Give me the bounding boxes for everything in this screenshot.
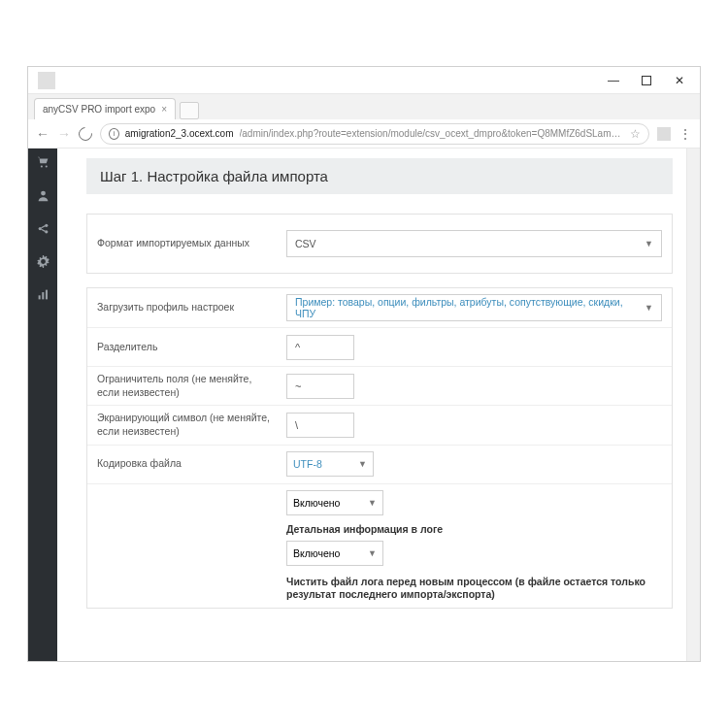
format-value: CSV [295, 238, 316, 249]
extension-icon[interactable] [657, 127, 671, 141]
new-tab-button[interactable] [180, 102, 199, 119]
reload-button[interactable] [76, 124, 95, 144]
url-path: /admin/index.php?route=extension/module/… [240, 128, 624, 139]
bookmark-icon[interactable]: ☆ [630, 127, 641, 141]
enclosure-label: Ограничитель поля (не меняйте, если неиз… [97, 373, 286, 399]
enclosure-input[interactable] [286, 374, 354, 399]
tab-strip: anyCSV PRO import expo × [28, 94, 700, 119]
main-content: Шаг 1. Настройка файла импорта Формат им… [57, 149, 686, 661]
enabled-select-2[interactable]: Включено ▼ [286, 541, 383, 566]
chevron-down-icon: ▼ [645, 239, 653, 248]
profile-select[interactable]: Пример: товары, опции, фильтры, атрибуты… [286, 294, 662, 321]
svg-point-5 [45, 230, 48, 233]
escape-label: Экранирующий символ (не меняйте, если не… [97, 412, 286, 438]
delimiter-input[interactable] [286, 335, 354, 360]
chevron-down-icon: ▼ [368, 548, 377, 558]
admin-sidebar [28, 149, 57, 661]
sub-settings: Включено ▼ Детальная информация в логе В… [87, 484, 672, 608]
back-button[interactable]: ← [36, 126, 50, 142]
window-titlebar: — ✕ [28, 67, 700, 94]
gear-icon[interactable] [37, 255, 50, 271]
encoding-select[interactable]: UTF-8 ▼ [286, 451, 374, 477]
chevron-down-icon: ▼ [368, 498, 377, 508]
close-tab-icon[interactable]: × [161, 104, 167, 115]
user-icon[interactable] [37, 189, 50, 205]
forward-button[interactable]: → [57, 126, 71, 142]
browser-menu-icon[interactable]: ⋮ [678, 126, 692, 142]
settings-panel: Загрузить профиль настроек Пример: товар… [86, 287, 673, 609]
scrollbar[interactable] [686, 149, 700, 661]
share-icon[interactable] [37, 222, 50, 238]
browser-tab[interactable]: anyCSV PRO import expo × [34, 98, 176, 119]
encoding-label: Кодировка файла [97, 457, 286, 471]
close-window-button[interactable]: ✕ [663, 70, 696, 91]
encoding-value: UTF-8 [293, 458, 322, 470]
svg-rect-7 [42, 292, 44, 299]
stats-icon[interactable] [37, 288, 50, 304]
escape-input[interactable] [286, 413, 354, 438]
account-icon [38, 72, 55, 89]
toolbar: ← → i amigration2_3.ocext.com /admin/ind… [28, 119, 700, 149]
format-select[interactable]: CSV ▼ [286, 230, 662, 257]
clean-log-note: Чистить файл лога перед новым процессом … [286, 576, 662, 602]
maximize-button[interactable] [630, 70, 663, 91]
svg-point-0 [40, 166, 42, 168]
chevron-down-icon: ▼ [645, 303, 653, 313]
svg-point-2 [41, 191, 46, 196]
format-label: Формат импортируемых данных [97, 237, 286, 250]
delimiter-label: Разделитель [97, 341, 286, 354]
cart-icon[interactable] [37, 156, 50, 172]
detail-log-label: Детальная информация в логе [286, 523, 662, 535]
profile-label: Загрузить профиль настроек [97, 301, 286, 314]
profile-value: Пример: товары, опции, фильтры, атрибуты… [295, 296, 645, 319]
step-header: Шаг 1. Настройка файла импорта [86, 158, 673, 194]
svg-rect-6 [38, 295, 40, 299]
format-panel: Формат импортируемых данных CSV ▼ [86, 214, 673, 274]
tab-title: anyCSV PRO import expo [43, 104, 155, 115]
chevron-down-icon: ▼ [358, 459, 367, 469]
svg-rect-8 [45, 290, 47, 300]
svg-point-4 [45, 224, 48, 227]
address-bar[interactable]: i amigration2_3.ocext.com /admin/index.p… [100, 123, 649, 145]
page-body: Шаг 1. Настройка файла импорта Формат им… [28, 149, 700, 661]
site-info-icon[interactable]: i [109, 128, 119, 140]
svg-point-1 [45, 166, 47, 168]
enabled-select-1[interactable]: Включено ▼ [286, 490, 383, 515]
url-domain: amigration2_3.ocext.com [125, 128, 234, 139]
minimize-button[interactable]: — [597, 70, 630, 91]
browser-window: — ✕ anyCSV PRO import expo × ← → i amigr… [27, 66, 701, 662]
